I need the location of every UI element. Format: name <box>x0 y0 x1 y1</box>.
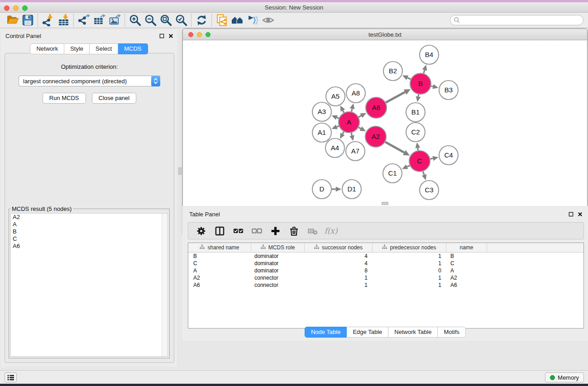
column-header-name[interactable]: name <box>446 243 487 252</box>
criterion-select[interactable]: largest connected component (directed) <box>19 76 160 86</box>
open-file-icon[interactable] <box>5 14 20 27</box>
column-header-predecessor-nodes[interactable]: predecessor nodes <box>373 243 446 252</box>
import-network-icon[interactable] <box>40 14 56 27</box>
edge-B-B1[interactable] <box>418 95 419 97</box>
titlebar: Session: New Session <box>0 2 588 13</box>
table-tab-edge-table[interactable]: Edge Table <box>347 327 388 338</box>
graphics-details-icon[interactable] <box>245 14 260 27</box>
edge-A6-B[interactable] <box>386 92 405 102</box>
table-row[interactable]: Adominator80A <box>188 267 583 274</box>
edge-C-C1[interactable] <box>407 166 410 167</box>
refresh-view-icon[interactable] <box>194 14 209 27</box>
zoom-fit-icon[interactable] <box>158 14 173 27</box>
node-label: B4 <box>425 51 433 58</box>
node-label: B <box>418 80 423 87</box>
edge-C-C4[interactable] <box>430 158 433 159</box>
arrowhead-icon <box>415 143 420 148</box>
memory-button[interactable]: Memory <box>545 372 584 382</box>
close-table-panel-icon[interactable] <box>578 212 583 217</box>
edge-A-A1[interactable] <box>337 126 339 127</box>
table-cell: 0 <box>373 267 446 274</box>
deselect-all-icon[interactable] <box>251 225 262 236</box>
arrowhead-icon <box>331 115 337 119</box>
toolbar-separator <box>211 14 212 27</box>
export-table-icon[interactable] <box>91 14 107 27</box>
column-header-successor-nodes[interactable]: successor nodes <box>305 243 373 252</box>
edge-A-A3[interactable] <box>337 118 339 119</box>
tab-style[interactable]: Style <box>64 43 90 54</box>
edge-A2-C[interactable] <box>385 142 404 152</box>
float-panel-icon[interactable] <box>159 33 164 38</box>
mcds-result-item[interactable]: A6 <box>11 243 167 250</box>
vertical-splitter-handle[interactable] <box>178 167 182 175</box>
show-hide-eye-icon[interactable] <box>260 14 276 27</box>
zoom-out-icon[interactable] <box>143 14 158 27</box>
edge-C-C3[interactable] <box>423 172 424 175</box>
arrowhead-icon <box>422 65 427 71</box>
horizontal-splitter-handle[interactable] <box>382 202 388 205</box>
zoom-in-icon[interactable] <box>127 14 143 27</box>
table-tabs: Node TableEdge TableNetwork TableMotifs <box>182 327 588 338</box>
network-window-titlebar[interactable]: testGlobe.txt <box>183 29 587 40</box>
tab-mcds[interactable]: MCDS <box>118 43 148 54</box>
edge-C-C2[interactable] <box>418 148 418 150</box>
table-row[interactable]: A2connector11A2 <box>188 274 583 281</box>
close-panel-icon[interactable] <box>168 33 173 38</box>
save-session-icon[interactable] <box>20 14 35 27</box>
column-header-shared-name[interactable]: shared name <box>188 243 251 252</box>
edge-B-B2[interactable] <box>407 78 411 79</box>
table-cell: dominator <box>251 267 305 274</box>
table-cell: 1 <box>305 274 373 281</box>
mcds-result-item[interactable]: A <box>11 221 167 228</box>
delete-table-icon <box>307 225 318 236</box>
edge-A-A8[interactable] <box>351 109 352 111</box>
run-mcds-button[interactable]: Run MCDS <box>43 93 86 104</box>
search-input[interactable] <box>450 15 583 25</box>
mcds-result-item[interactable]: A2 <box>11 214 167 221</box>
table-tab-motifs[interactable]: Motifs <box>438 327 466 338</box>
export-image-icon[interactable] <box>107 14 122 27</box>
edge-B-B4[interactable] <box>424 70 425 73</box>
table-cell: dominator <box>251 260 305 267</box>
table-header-row: shared nameMCDS rolesuccessor nodesprede… <box>188 243 583 253</box>
mcds-result-title: MCDS result (5 nodes) <box>10 205 73 212</box>
add-row-icon[interactable] <box>270 225 281 236</box>
close-panel-button[interactable]: Close panel <box>92 93 137 104</box>
float-table-panel-icon[interactable] <box>569 212 574 217</box>
home-icon[interactable] <box>229 14 245 27</box>
mcds-result-fieldset: MCDS result (5 nodes) A2ABCA6 <box>9 205 170 358</box>
mcds-result-item[interactable]: C <box>11 235 167 243</box>
mcds-result-item[interactable]: B <box>11 228 167 235</box>
table-row[interactable]: Cdominator41C <box>188 260 583 267</box>
node-label: B3 <box>445 86 453 94</box>
node-label: C1 <box>388 169 397 177</box>
import-table-icon[interactable] <box>56 14 71 27</box>
select-all-icon[interactable] <box>233 225 244 236</box>
table-tab-node-table[interactable]: Node Table <box>305 327 347 338</box>
edge-A-A2[interactable] <box>359 127 361 129</box>
node-label: A1 <box>318 129 326 136</box>
network-from-file-icon[interactable] <box>214 14 229 27</box>
arrowhead-icon <box>331 124 337 129</box>
app-window: Session: New Session Control Panel Netwo… <box>0 0 588 386</box>
columns-icon[interactable] <box>214 225 225 236</box>
tab-network[interactable]: Network <box>30 43 64 54</box>
tab-select[interactable]: Select <box>90 43 118 54</box>
arrowhead-icon <box>350 103 355 109</box>
result-scrollbar[interactable] <box>162 214 167 356</box>
zoom-selected-icon[interactable] <box>173 14 189 27</box>
task-history-button[interactable] <box>5 372 17 382</box>
delete-row-icon[interactable] <box>288 225 299 236</box>
table-tab-network-table[interactable]: Network Table <box>388 327 438 338</box>
gear-icon[interactable] <box>196 225 206 236</box>
column-header-MCDS-role[interactable]: MCDS role <box>251 243 305 252</box>
edge-A-A6[interactable] <box>359 116 361 117</box>
mcds-panel: Optimization criterion: largest connecte… <box>5 53 174 363</box>
edge-A-A5[interactable] <box>343 110 344 113</box>
edge-A-A7[interactable] <box>351 133 352 135</box>
edge-B-B3[interactable] <box>431 86 433 86</box>
export-network-icon[interactable] <box>76 14 91 27</box>
edge-A-A4[interactable] <box>343 132 344 134</box>
table-row[interactable]: A6connector11A6 <box>188 281 583 289</box>
table-row[interactable]: Bdominator41B <box>188 253 583 260</box>
